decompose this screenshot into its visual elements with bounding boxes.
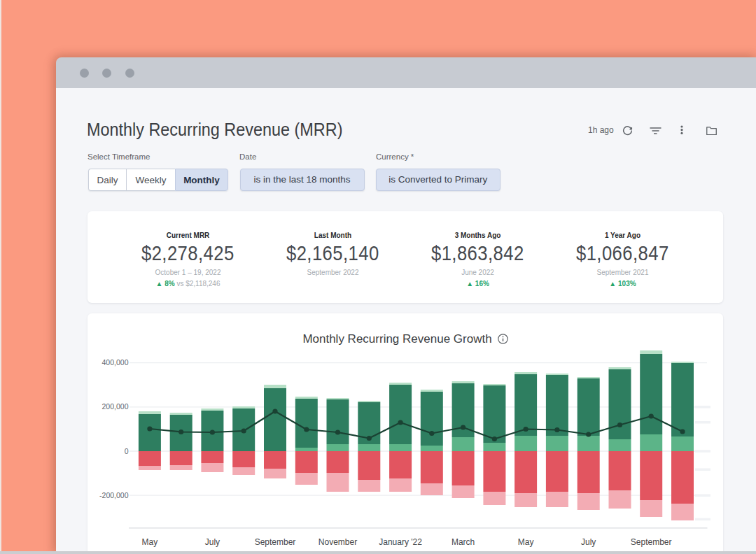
svg-text:March: March (451, 537, 475, 547)
svg-text:July: July (205, 537, 220, 547)
svg-text:November: November (318, 537, 357, 547)
svg-text:January '22: January '22 (379, 537, 422, 547)
svg-text:May: May (142, 537, 158, 547)
svg-text:0: 0 (125, 447, 129, 455)
svg-text:May: May (518, 537, 534, 547)
svg-text:July: July (581, 537, 596, 547)
svg-text:200,000: 200,000 (102, 402, 129, 411)
svg-text:September: September (631, 537, 672, 547)
svg-text:-200,000: -200,000 (99, 491, 129, 499)
svg-text:September: September (255, 537, 296, 547)
svg-text:400,000: 400,000 (102, 358, 129, 367)
